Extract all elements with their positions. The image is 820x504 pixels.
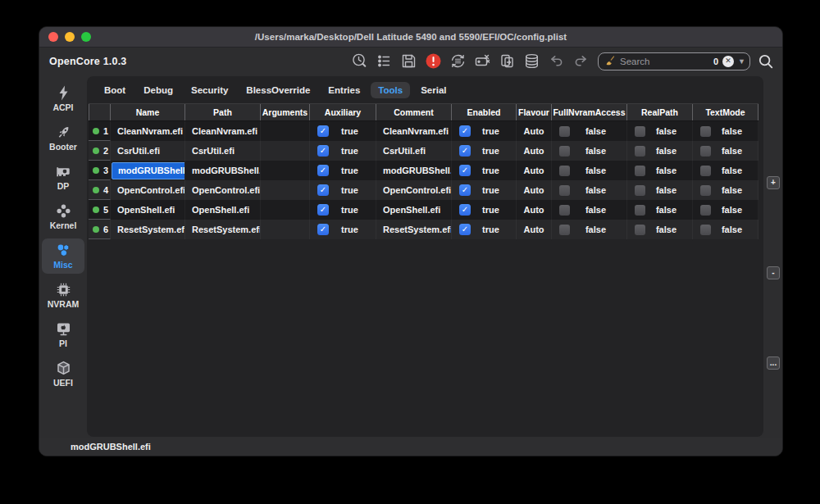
cell-arguments[interactable] xyxy=(261,180,310,200)
cell-textmode[interactable]: false xyxy=(693,200,758,220)
checkbox-checked-icon[interactable]: ✓ xyxy=(459,224,471,235)
checkbox-checked-icon[interactable]: ✓ xyxy=(317,184,329,196)
cell-path[interactable]: OpenControl.efi xyxy=(185,180,261,200)
sidebar-item-kernel[interactable]: Kernel xyxy=(42,199,84,234)
cell-path[interactable]: ResetSystem.efi xyxy=(185,220,261,239)
clear-search-icon[interactable]: ✕ xyxy=(722,56,734,67)
table-header-cell-realpath[interactable]: RealPath xyxy=(627,104,693,120)
cell-enabled[interactable]: ✓true xyxy=(452,121,517,141)
row-header[interactable]: 2 xyxy=(89,141,111,161)
table-row[interactable]: 6ResetSystem.efiResetSystem.efi✓trueRese… xyxy=(89,220,758,239)
cell-path[interactable]: OpenShell.efi xyxy=(185,200,261,220)
more-options-button[interactable]: ... xyxy=(767,356,780,370)
cell-auxiliary[interactable]: ✓true xyxy=(310,141,376,161)
checkbox-checked-icon[interactable]: ✓ xyxy=(459,125,471,137)
search-icon[interactable] xyxy=(757,52,774,70)
cell-fullnvramaccess[interactable]: false xyxy=(552,220,627,239)
sidebar-item-acpi[interactable]: ACPI xyxy=(42,81,84,116)
checkbox-checked-icon[interactable]: ✓ xyxy=(317,125,329,137)
cell-realpath[interactable]: false xyxy=(627,141,693,161)
row-header[interactable]: 1 xyxy=(89,121,111,141)
cell-fullnvramaccess[interactable]: false xyxy=(552,161,627,180)
cell-arguments[interactable] xyxy=(261,220,310,239)
cell-enabled[interactable]: ✓true xyxy=(452,141,517,161)
add-row-button[interactable]: + xyxy=(767,176,780,189)
checkbox-unchecked-icon[interactable] xyxy=(635,205,645,216)
save-icon[interactable] xyxy=(400,52,417,70)
tab-security[interactable]: Security xyxy=(184,82,235,98)
sidebar-item-misc[interactable]: Misc xyxy=(42,238,84,274)
table-row[interactable]: 3modGRUBShell.efimodGRUBShell.efi✓truemo… xyxy=(89,161,758,180)
sidebar-item-booter[interactable]: Booter xyxy=(42,120,84,156)
cell-fullnvramaccess[interactable]: false xyxy=(552,141,627,161)
zoom-button[interactable] xyxy=(81,32,91,42)
cell-path[interactable]: CsrUtil.efi xyxy=(185,141,261,161)
chevron-down-icon[interactable]: ▼ xyxy=(738,57,745,66)
cell-realpath[interactable]: false xyxy=(627,180,693,200)
checkbox-checked-icon[interactable]: ✓ xyxy=(459,145,471,157)
cell-arguments[interactable] xyxy=(261,161,310,180)
checkbox-checked-icon[interactable]: ✓ xyxy=(317,145,329,157)
cell-arguments[interactable] xyxy=(261,141,310,161)
checkbox-checked-icon[interactable]: ✓ xyxy=(317,165,329,176)
cell-textmode[interactable]: false xyxy=(693,141,758,161)
cell-comment[interactable]: ResetSystem.efi xyxy=(376,220,452,239)
table-header-cell-enabled[interactable]: Enabled xyxy=(452,104,517,120)
cell-realpath[interactable]: false xyxy=(627,121,693,141)
checkbox-unchecked-icon[interactable] xyxy=(559,126,570,137)
cell-fullnvramaccess[interactable]: false xyxy=(552,121,627,141)
redo-icon[interactable] xyxy=(572,52,590,70)
export-copy-icon[interactable] xyxy=(499,52,516,70)
cell-textmode[interactable]: false xyxy=(693,220,758,239)
cell-flavour[interactable]: Auto xyxy=(517,161,552,180)
checklist-icon[interactable] xyxy=(376,52,393,70)
cell-flavour[interactable]: Auto xyxy=(517,220,552,239)
tab-tools[interactable]: Tools xyxy=(371,82,410,98)
row-header[interactable]: 6 xyxy=(89,220,111,239)
table-row[interactable]: 4OpenControl.efiOpenControl.efi✓trueOpen… xyxy=(89,180,758,200)
cell-auxiliary[interactable]: ✓true xyxy=(310,220,376,239)
tab-blessoverride[interactable]: BlessOverride xyxy=(239,82,317,98)
checkbox-unchecked-icon[interactable] xyxy=(559,166,570,176)
checkbox-checked-icon[interactable]: ✓ xyxy=(317,224,329,235)
cell-comment[interactable]: modGRUBShell.efi xyxy=(376,161,452,180)
checkbox-checked-icon[interactable]: ✓ xyxy=(459,184,471,196)
table-header-cell-comment[interactable]: Comment xyxy=(376,104,452,120)
cell-fullnvramaccess[interactable]: false xyxy=(552,200,627,220)
cell-realpath[interactable]: false xyxy=(627,220,693,239)
checkbox-unchecked-icon[interactable] xyxy=(700,126,711,137)
table-header-cell-name[interactable]: Name xyxy=(111,104,185,120)
cell-flavour[interactable]: Auto xyxy=(517,121,552,141)
cell-comment[interactable]: OpenControl.efi xyxy=(376,180,452,200)
search-input[interactable] xyxy=(620,57,709,66)
checkbox-checked-icon[interactable]: ✓ xyxy=(459,204,471,216)
checkbox-unchecked-icon[interactable] xyxy=(559,146,570,157)
cell-name[interactable]: modGRUBShell.efi xyxy=(111,161,185,180)
cell-path[interactable]: CleanNvram.efi xyxy=(185,121,261,141)
tab-entries[interactable]: Entries xyxy=(321,82,367,98)
checkbox-unchecked-icon[interactable] xyxy=(559,185,570,196)
checkbox-unchecked-icon[interactable] xyxy=(700,225,711,235)
mount-disk-icon[interactable] xyxy=(474,52,491,70)
cell-auxiliary[interactable]: ✓true xyxy=(310,121,376,141)
cell-realpath[interactable]: false xyxy=(627,161,693,180)
undo-icon[interactable] xyxy=(548,52,565,70)
table-header-cell-fullnvramaccess[interactable]: FullNvramAccess xyxy=(552,104,627,120)
table-header-cell-path[interactable]: Path xyxy=(185,104,261,120)
checkbox-unchecked-icon[interactable] xyxy=(700,185,711,196)
checkbox-unchecked-icon[interactable] xyxy=(700,205,711,216)
cell-auxiliary[interactable]: ✓true xyxy=(310,200,376,220)
table-header-cell-auxiliary[interactable]: Auxiliary xyxy=(310,104,376,120)
row-header[interactable]: 5 xyxy=(89,200,111,220)
table-row[interactable]: 1CleanNvram.efiCleanNvram.efi✓trueCleanN… xyxy=(89,121,758,141)
remove-row-button[interactable]: - xyxy=(767,266,780,279)
checkbox-unchecked-icon[interactable] xyxy=(559,225,570,235)
search-field[interactable]: 0 ✕ ▼ xyxy=(598,52,750,70)
checkbox-unchecked-icon[interactable] xyxy=(700,166,711,176)
error-alert-icon[interactable] xyxy=(425,52,442,70)
cell-arguments[interactable] xyxy=(261,200,310,220)
cell-textmode[interactable]: false xyxy=(693,121,758,141)
sidebar-item-nvram[interactable]: NVRAM xyxy=(42,278,84,313)
sidebar-item-dp[interactable]: DP xyxy=(42,160,84,195)
sidebar-item-uefi[interactable]: UEFI xyxy=(42,356,84,392)
